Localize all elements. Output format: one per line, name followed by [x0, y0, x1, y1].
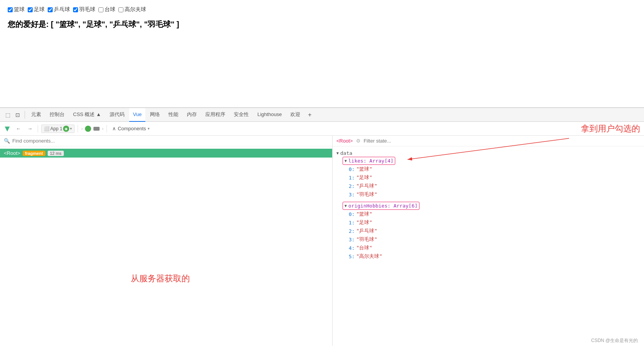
origin-item: 2: "乒乓球"	[349, 227, 640, 235]
devtools-tab-源代码[interactable]: 源代码	[106, 108, 128, 122]
checkbox-input[interactable]	[73, 7, 78, 12]
right-panel: <Root> ⚙ ▼ data ▼ likes: Array[4]	[333, 136, 644, 346]
origin-item: 4: "台球"	[349, 244, 640, 252]
time-badge: 12 ms	[48, 151, 64, 156]
fragment-badge: fragment	[23, 151, 45, 156]
checkbox-item[interactable]: 乒乓球	[48, 6, 70, 13]
index: 1:	[349, 220, 355, 226]
data-label: data	[340, 150, 352, 156]
value: "羽毛球"	[356, 191, 378, 198]
devtools-tab-Lighthouse[interactable]: Lighthouse	[253, 108, 286, 122]
likes-item: 1: "足球"	[349, 173, 640, 182]
page-icon: ⬜	[44, 126, 50, 131]
origin-item: 0: "篮球"	[349, 210, 640, 218]
footer: CSDN @生命是有光的	[591, 337, 638, 344]
value: "篮球"	[356, 211, 373, 217]
index: 0:	[349, 166, 355, 172]
value: "足球"	[356, 219, 373, 226]
component-row[interactable]: <Root> fragment 12 ms	[0, 149, 332, 158]
checkbox-input[interactable]	[98, 7, 103, 12]
devtools-tab-Vue[interactable]: Vue	[129, 108, 146, 122]
likes-item: 0: "篮球"	[349, 165, 640, 173]
filter-input[interactable]	[364, 138, 640, 144]
likes-items: 0: "篮球"1: "足球"2: "乒乓球"3: "羽毛球"	[343, 165, 640, 199]
component-tag: <Root>	[4, 150, 20, 156]
toolbar-sep-1	[38, 125, 38, 133]
origin-arrow: ▼	[344, 204, 347, 208]
origin-hobbies-section: ▼ originHobbies: Array[6] 0: "篮球"1: "足球"…	[336, 202, 640, 261]
component-indicator[interactable]	[85, 126, 91, 132]
likes-section: ▼ likes: Array[4] 0: "篮球"1: "足球"2: "乒乓球"…	[336, 157, 640, 199]
search-bar: 🔍	[0, 136, 332, 146]
checkbox-item[interactable]: 羽毛球	[73, 6, 95, 13]
components-button[interactable]: ∧ Components ▾	[110, 125, 152, 132]
root-tag-label: <Root>	[336, 138, 353, 144]
devtools-tab-性能[interactable]: 性能	[165, 108, 182, 122]
value: "台球"	[356, 244, 373, 251]
forward-button[interactable]: →	[25, 124, 35, 133]
filter-icon: ⚙	[356, 138, 361, 144]
origin-label: originHobbies: Array[6]	[348, 203, 418, 209]
page-label: App 1	[50, 126, 62, 131]
toolbar-sep-3	[107, 125, 107, 133]
devtools-tab-内存[interactable]: 内存	[183, 108, 201, 122]
index: 0:	[349, 211, 355, 217]
checkbox-input[interactable]	[28, 7, 33, 12]
components-chevron-icon: ▾	[148, 126, 150, 131]
app-indicator: ◉	[63, 126, 69, 132]
devtools-tab-CSS-概述-▲[interactable]: CSS 概述 ▲	[69, 108, 105, 122]
origin-hobbies-header[interactable]: ▼ originHobbies: Array[6]	[343, 202, 419, 210]
breadcrumb-arrow-2: ›	[102, 126, 103, 131]
checkbox-item[interactable]: 高尔夫球	[118, 6, 146, 13]
index: 5:	[349, 254, 355, 259]
origin-item: 1: "足球"	[349, 218, 640, 227]
component-list: <Root> fragment 12 ms	[0, 146, 332, 346]
devtools-tab-网络[interactable]: 网络	[146, 108, 164, 122]
components-label: Components	[118, 126, 146, 131]
search-icon: 🔍	[4, 138, 10, 144]
checkbox-input[interactable]	[118, 7, 123, 12]
index: 4:	[349, 245, 355, 251]
devtools-tab-安全性[interactable]: 安全性	[230, 108, 253, 122]
devtools-tab-控制台[interactable]: 控制台	[46, 108, 68, 122]
checkbox-label: 足球	[34, 6, 45, 13]
devtools-tab-欢迎[interactable]: 欢迎	[286, 108, 304, 122]
breadcrumb-arrow: ›	[81, 126, 83, 131]
cursor-icon[interactable]: ⬚	[3, 110, 12, 120]
likes-header[interactable]: ▼ likes: Array[4]	[343, 157, 395, 165]
checkbox-label: 乒乓球	[54, 6, 70, 13]
devtools-tab-应用程序[interactable]: 应用程序	[201, 108, 229, 122]
checkbox-input[interactable]	[48, 7, 53, 12]
devtools-tab-元素[interactable]: 元素	[27, 108, 45, 122]
devtools-tab-bar: ⬚ ⊡ 元素控制台CSS 概述 ▲源代码Vue网络性能内存应用程序安全性Ligh…	[0, 108, 644, 122]
left-panel: 🔍 <Root> fragment 12 ms	[0, 136, 333, 346]
checkbox-item[interactable]: 足球	[28, 6, 45, 13]
checkbox-item[interactable]: 台球	[98, 6, 115, 13]
likes-item: 3: "羽毛球"	[349, 190, 640, 199]
vue-logo: ▼	[3, 124, 12, 134]
index: 3:	[349, 192, 355, 198]
value: "高尔夫球"	[356, 253, 383, 260]
origin-item: 5: "高尔夫球"	[349, 252, 640, 261]
index: 3:	[349, 237, 355, 242]
devtools-toolbar: ▼ ← → ⬜ App 1 ◉ ▾ › › ∧ Components	[0, 122, 644, 136]
checkbox-label: 台球	[105, 6, 115, 13]
index: 1:	[349, 175, 355, 181]
page-selector[interactable]: ⬜ App 1 ◉ ▾	[41, 125, 75, 133]
result-label: 您的爱好是:	[8, 20, 49, 28]
component-rect[interactable]	[93, 127, 100, 131]
checkbox-label: 高尔夫球	[125, 6, 146, 13]
breadcrumb-2: ›	[102, 126, 103, 131]
back-button[interactable]: ←	[14, 124, 23, 133]
inspect-icon[interactable]: ⊡	[13, 110, 22, 120]
toolbar-sep-2	[78, 125, 78, 133]
checkbox-item[interactable]: 篮球	[8, 6, 25, 13]
devtools-panel: ⬚ ⊡ 元素控制台CSS 概述 ▲源代码Vue网络性能内存应用程序安全性Ligh…	[0, 108, 644, 346]
search-input[interactable]	[12, 138, 328, 144]
checkbox-label: 篮球	[14, 6, 25, 13]
checkbox-input[interactable]	[8, 7, 13, 12]
chevron-down-icon: ▾	[70, 126, 72, 131]
add-tab-button[interactable]: +	[305, 110, 315, 120]
value: "乒乓球"	[356, 183, 378, 189]
data-section-header[interactable]: ▼ data	[336, 149, 640, 157]
